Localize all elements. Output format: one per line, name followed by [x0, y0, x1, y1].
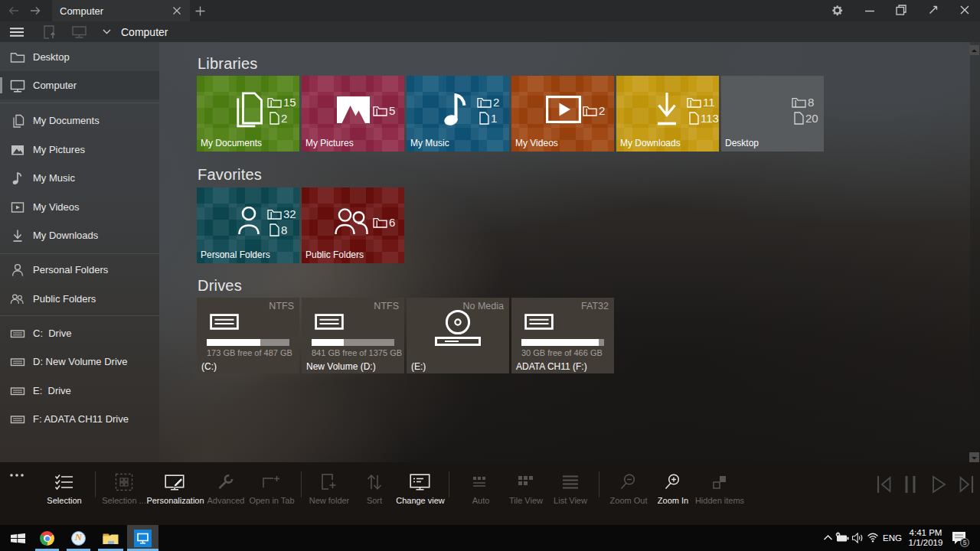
svg-text:5: 5 [963, 539, 967, 546]
